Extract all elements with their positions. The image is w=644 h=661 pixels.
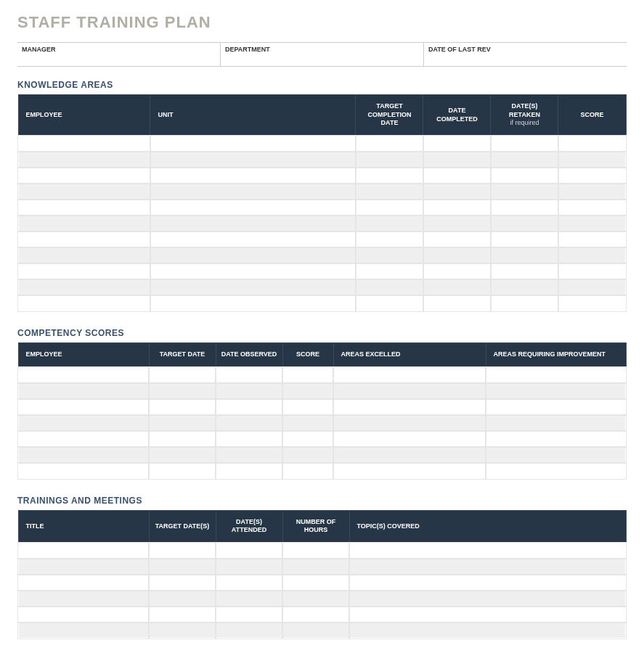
table-cell[interactable]: [491, 168, 558, 184]
table-cell[interactable]: [349, 623, 626, 639]
table-cell[interactable]: [349, 607, 626, 623]
table-cell[interactable]: [18, 415, 149, 431]
table-cell[interactable]: [491, 152, 558, 168]
table-cell[interactable]: [18, 279, 150, 295]
table-cell[interactable]: [216, 383, 282, 399]
table-cell[interactable]: [216, 431, 282, 447]
table-cell[interactable]: [18, 367, 149, 383]
table-cell[interactable]: [356, 184, 423, 200]
table-cell[interactable]: [333, 399, 486, 415]
table-cell[interactable]: [491, 215, 558, 231]
table-cell[interactable]: [150, 247, 356, 263]
table-cell[interactable]: [558, 136, 626, 152]
table-cell[interactable]: [149, 447, 216, 463]
table-cell[interactable]: [349, 591, 626, 607]
table-cell[interactable]: [333, 383, 486, 399]
table-cell[interactable]: [333, 431, 486, 447]
table-cell[interactable]: [356, 136, 423, 152]
table-cell[interactable]: [149, 367, 216, 383]
table-cell[interactable]: [333, 415, 486, 431]
table-cell[interactable]: [558, 247, 626, 263]
table-cell[interactable]: [356, 263, 423, 279]
table-cell[interactable]: [282, 367, 333, 383]
table-cell[interactable]: [423, 295, 491, 311]
table-cell[interactable]: [149, 463, 216, 479]
table-cell[interactable]: [558, 200, 626, 215]
table-cell[interactable]: [333, 463, 486, 479]
table-cell[interactable]: [216, 543, 282, 559]
table-cell[interactable]: [18, 184, 150, 200]
table-cell[interactable]: [18, 136, 150, 152]
table-cell[interactable]: [356, 279, 423, 295]
table-cell[interactable]: [491, 184, 558, 200]
table-cell[interactable]: [423, 247, 491, 263]
table-cell[interactable]: [486, 415, 626, 431]
table-cell[interactable]: [18, 543, 149, 559]
table-cell[interactable]: [18, 215, 150, 231]
table-cell[interactable]: [149, 575, 216, 591]
table-cell[interactable]: [150, 184, 356, 200]
table-cell[interactable]: [491, 295, 558, 311]
table-cell[interactable]: [18, 559, 149, 575]
table-cell[interactable]: [216, 367, 282, 383]
table-cell[interactable]: [356, 231, 423, 247]
table-cell[interactable]: [356, 200, 423, 215]
table-cell[interactable]: [282, 415, 333, 431]
table-cell[interactable]: [423, 231, 491, 247]
table-cell[interactable]: [486, 367, 626, 383]
table-cell[interactable]: [149, 415, 216, 431]
table-cell[interactable]: [558, 215, 626, 231]
table-cell[interactable]: [150, 295, 356, 311]
table-cell[interactable]: [423, 184, 491, 200]
table-cell[interactable]: [486, 463, 626, 479]
table-cell[interactable]: [18, 447, 149, 463]
table-cell[interactable]: [491, 200, 558, 215]
table-cell[interactable]: [18, 247, 150, 263]
table-cell[interactable]: [486, 399, 626, 415]
table-cell[interactable]: [149, 559, 216, 575]
table-cell[interactable]: [18, 591, 149, 607]
table-cell[interactable]: [423, 136, 491, 152]
table-cell[interactable]: [349, 543, 626, 559]
table-cell[interactable]: [423, 168, 491, 184]
table-cell[interactable]: [282, 399, 333, 415]
table-cell[interactable]: [356, 168, 423, 184]
table-cell[interactable]: [349, 575, 626, 591]
table-cell[interactable]: [216, 623, 282, 639]
table-cell[interactable]: [216, 415, 282, 431]
table-cell[interactable]: [486, 383, 626, 399]
table-cell[interactable]: [150, 168, 356, 184]
table-cell[interactable]: [18, 383, 149, 399]
table-cell[interactable]: [423, 263, 491, 279]
table-cell[interactable]: [18, 607, 149, 623]
table-cell[interactable]: [282, 543, 349, 559]
table-cell[interactable]: [216, 607, 282, 623]
table-cell[interactable]: [216, 591, 282, 607]
table-cell[interactable]: [150, 279, 356, 295]
table-cell[interactable]: [216, 559, 282, 575]
table-cell[interactable]: [18, 295, 150, 311]
table-cell[interactable]: [18, 431, 149, 447]
table-cell[interactable]: [149, 623, 216, 639]
table-cell[interactable]: [491, 231, 558, 247]
table-cell[interactable]: [491, 263, 558, 279]
table-cell[interactable]: [282, 383, 333, 399]
table-cell[interactable]: [149, 607, 216, 623]
table-cell[interactable]: [149, 591, 216, 607]
table-cell[interactable]: [558, 168, 626, 184]
table-cell[interactable]: [486, 447, 626, 463]
table-cell[interactable]: [356, 152, 423, 168]
table-cell[interactable]: [486, 431, 626, 447]
table-cell[interactable]: [150, 200, 356, 215]
table-cell[interactable]: [333, 447, 486, 463]
table-cell[interactable]: [356, 295, 423, 311]
table-cell[interactable]: [150, 136, 356, 152]
table-cell[interactable]: [423, 215, 491, 231]
table-cell[interactable]: [282, 623, 349, 639]
table-cell[interactable]: [423, 279, 491, 295]
table-cell[interactable]: [18, 152, 150, 168]
table-cell[interactable]: [491, 247, 558, 263]
table-cell[interactable]: [216, 463, 282, 479]
table-cell[interactable]: [558, 263, 626, 279]
table-cell[interactable]: [491, 279, 558, 295]
